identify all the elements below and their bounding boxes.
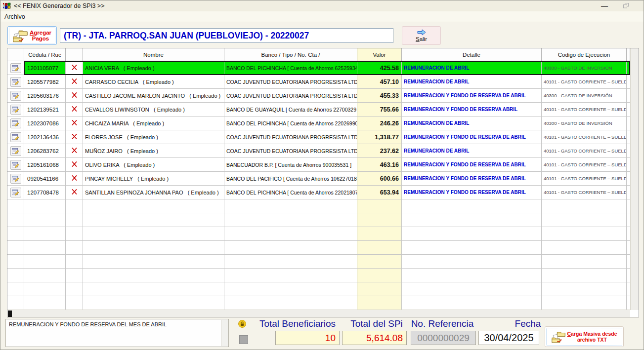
minimize-button[interactable]: — <box>596 0 613 11</box>
table-row[interactable]: 1202139521CEVALLOS LIWINSGTON ( Empleado… <box>7 103 630 117</box>
entity-title-field[interactable]: (TR) - JTA. PARROQ.SAN JUAN (PUEBLOVIEJO… <box>60 28 393 43</box>
cedula-cell: 1202307086 <box>24 117 66 130</box>
edit-row-icon[interactable] <box>10 132 21 142</box>
agregar-pagos-button[interactable]: Agregar Pagos <box>7 26 57 45</box>
delete-row-icon[interactable] <box>71 78 78 86</box>
empty-cell <box>83 213 224 227</box>
delete-row-icon[interactable] <box>71 174 78 183</box>
banco-cell: COAC JUVENTUD ECUATORIANA PROGRESISTA LT… <box>224 144 357 158</box>
delete-cell <box>66 103 83 117</box>
edit-row-icon[interactable] <box>10 174 21 184</box>
delete-row-icon[interactable] <box>71 188 78 197</box>
empty-cell <box>402 269 542 282</box>
empty-cell <box>357 241 402 255</box>
delete-row-icon[interactable] <box>71 160 78 169</box>
carga-masiva-label-1: Carga Masiva desde <box>567 331 617 337</box>
salir-button[interactable]: Salir <box>402 26 441 45</box>
delete-row-icon[interactable] <box>71 119 78 128</box>
row-selector-cell <box>7 144 24 158</box>
table-row[interactable]: 1205161068OLIVO ERIKA ( Empleado )BANECU… <box>7 158 630 172</box>
no-referencia-field: 0000000029 <box>411 331 476 345</box>
detalle-scrollbar[interactable] <box>221 320 228 346</box>
edit-row-icon[interactable] <box>10 77 21 87</box>
edit-row-icon[interactable] <box>10 105 21 115</box>
fecha-field[interactable]: 30/04/2025 <box>478 331 539 345</box>
table-row[interactable]: 1205577982CARRASCO CECILIA ( Empleado )C… <box>7 75 630 89</box>
menu-item-archivo[interactable]: Archivo <box>0 12 29 21</box>
empty-cell <box>66 227 83 241</box>
nombre-cell: FLORES JOSE ( Empleado ) <box>83 130 224 144</box>
detalle-cell: REMUNERACION Y FONDO DE RESERVA ABRIL <box>402 103 542 117</box>
grid-header-row: Cédula / Ruc Nombre Banco / Tipo / No. C… <box>7 48 630 61</box>
edit-row-icon[interactable] <box>10 160 21 170</box>
restore-button[interactable] <box>618 0 635 11</box>
edit-row-icon[interactable] <box>10 118 21 128</box>
detalle-global-input[interactable]: REMUNERACION Y FONDO DE RESERVA DEL MES … <box>5 319 229 347</box>
nombre-cell: ANICIA VERA ( Empleado ) <box>83 61 224 75</box>
empty-cell <box>402 241 542 255</box>
valor-cell: 237.62 <box>357 144 402 158</box>
folders-transfer-icon <box>13 29 28 42</box>
grid-vertical-scrollbar[interactable] <box>630 48 639 310</box>
table-row[interactable]: 1205603176CASTILLO JACOME MARLON JACINTO… <box>7 89 630 103</box>
edit-row-icon[interactable] <box>10 63 21 73</box>
filler-cell <box>627 117 630 130</box>
empty-cell <box>66 255 83 269</box>
table-row[interactable]: 1202136436FLORES JOSE ( Empleado )COAC J… <box>7 130 630 144</box>
table-row[interactable]: 1202307086CHICAIZA MARIA ( Empleado )BAN… <box>7 117 630 130</box>
empty-cell <box>542 269 627 282</box>
total-spi-value: 5,614.08 <box>342 331 407 345</box>
codigo-cell: 40101 - GASTO CORRIENTE – SUELDOS <box>542 186 627 199</box>
banco-cell: BANCO DE GUAYAQUIL [ Cuenta de Ahorros 2… <box>224 103 357 117</box>
codigo-cell: 40101 - GASTO CORRIENTE – SUELDOS <box>542 75 627 89</box>
banco-cell: BANCO DEL PICHINCHA [ Cuenta de Ahorros … <box>224 61 357 75</box>
row-selector-cell <box>7 117 24 130</box>
empty-cell <box>357 255 402 269</box>
lock-icon[interactable] <box>238 320 246 328</box>
delete-cell <box>66 186 83 199</box>
filler-cell <box>627 158 630 172</box>
banco-cell: COAC JUVENTUD ECUATORIANA PROGRESISTA LT… <box>224 75 357 89</box>
empty-cell <box>357 296 402 310</box>
empty-cell <box>24 296 66 310</box>
total-beneficiarios-value: 10 <box>275 331 340 345</box>
empty-cell <box>627 282 630 296</box>
empty-cell <box>224 296 357 310</box>
grid-horizontal-scrollbar[interactable] <box>7 310 630 317</box>
nombre-cell: CHICAIZA MARIA ( Empleado ) <box>83 117 224 130</box>
app-logo-icon <box>3 2 11 10</box>
empty-cell <box>402 227 542 241</box>
delete-row-icon[interactable] <box>71 64 78 73</box>
detalle-cell: REMUNERACION Y FONDO DE RESERVA DE ABRIL <box>402 130 542 144</box>
empty-cell <box>66 269 83 282</box>
banco-cell: BANCO DEL PICHINCHA [ Cuenta de Ahorros … <box>224 186 357 199</box>
gray-square-button[interactable] <box>239 335 248 344</box>
carga-masiva-button[interactable]: Carga Masiva desde archivo TXT <box>545 326 624 347</box>
detalle-cell: REMUNERACION DE ABRIL <box>402 75 542 89</box>
payments-grid: Cédula / Ruc Nombre Banco / Tipo / No. C… <box>7 48 639 317</box>
delete-row-icon[interactable] <box>71 133 78 142</box>
banco-cell: BANECUADOR B.P. [ Cuenta de Ahorros 9000… <box>224 158 357 172</box>
grid-hscroll-thumb[interactable] <box>8 311 12 317</box>
empty-cell <box>627 255 630 269</box>
edit-row-icon[interactable] <box>10 146 21 156</box>
delete-row-icon[interactable] <box>71 147 78 156</box>
table-row[interactable]: 1206283762MUÑOZ JAIRO ( Empleado )COAC J… <box>7 144 630 158</box>
empty-cell <box>24 269 66 282</box>
table-row[interactable]: 0920541166PINCAY MICHELLY ( Empleado )BA… <box>7 172 630 186</box>
delete-row-icon[interactable] <box>71 105 78 114</box>
empty-cell <box>542 241 627 255</box>
edit-row-icon[interactable] <box>10 91 21 101</box>
valor-cell: 1,318.77 <box>357 130 402 144</box>
filler-cell <box>627 89 630 103</box>
empty-cell <box>627 213 630 227</box>
detalle-global-text: REMUNERACION Y FONDO DE RESERVA DEL MES … <box>9 321 167 327</box>
detalle-cell: REMUNERACION Y FONDO DE RESERVA DE ABRIL <box>402 158 542 172</box>
delete-row-icon[interactable] <box>71 91 78 100</box>
table-row[interactable]: 1201105077ANICIA VERA ( Empleado )BANCO … <box>7 61 630 75</box>
table-row[interactable]: 1207708478SANTILLAN ESPINOZA JOHANNA PAO… <box>7 186 630 199</box>
valor-cell: 463.16 <box>357 158 402 172</box>
banco-cell: COAC JUVENTUD ECUATORIANA PROGRESISTA LT… <box>224 89 357 103</box>
empty-cell <box>627 241 630 255</box>
edit-row-icon[interactable] <box>10 188 21 197</box>
